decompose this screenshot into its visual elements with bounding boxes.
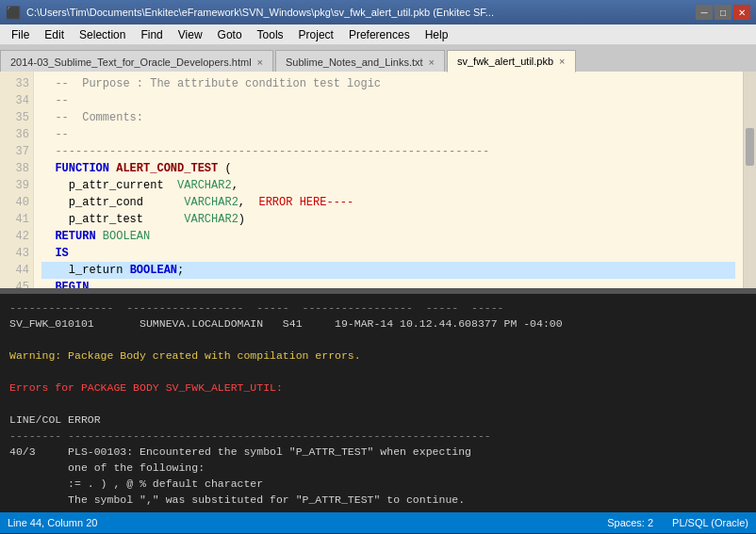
app-icon: ⬛ bbox=[6, 6, 21, 20]
code-line: -- Purpose : The attribute condition tes… bbox=[41, 75, 735, 92]
menu-item-project[interactable]: Project bbox=[291, 24, 341, 44]
console-line: := . ) , @ % default character bbox=[9, 476, 747, 492]
tabs-bar: 2014-03_Sublime_Text_for_Oracle_Develope… bbox=[0, 45, 756, 72]
code-line: FUNCTION ALERT_COND_TEST ( bbox=[41, 160, 735, 177]
console-line bbox=[9, 364, 747, 380]
status-right: Spaces: 2 PL/SQL (Oracle) bbox=[607, 517, 748, 528]
tab-close-icon[interactable]: × bbox=[429, 57, 435, 68]
tab-2014-03_Sublime_Text_for_Oracle_Developers-html[interactable]: 2014-03_Sublime_Text_for_Oracle_Develope… bbox=[0, 50, 273, 73]
status-bar: Line 44, Column 20 Spaces: 2 PL/SQL (Ora… bbox=[0, 512, 756, 533]
console-line: SV_FWK_010101 SUMNEVA.LOCALDOMAIN S41 19… bbox=[9, 316, 747, 332]
console-line: LINE/COL ERROR bbox=[9, 412, 747, 428]
window-controls: ─ □ ✕ bbox=[696, 5, 750, 20]
console-area: ---------------- ------------------ ----… bbox=[0, 294, 756, 512]
code-line: l_return BOOLEAN; bbox=[41, 262, 735, 279]
console-line: one of the following: bbox=[9, 460, 747, 476]
cursor-position: Line 44, Column 20 bbox=[8, 517, 97, 528]
tab-sv_fwk_alert_util-pkb[interactable]: sv_fwk_alert_util.pkb× bbox=[447, 50, 576, 73]
code-line: p_attr_current VARCHAR2, bbox=[41, 177, 735, 194]
menu-item-tools[interactable]: Tools bbox=[250, 24, 291, 44]
code-line: ----------------------------------------… bbox=[41, 143, 735, 160]
code-line: p_attr_test VARCHAR2) bbox=[41, 211, 735, 228]
maximize-button[interactable]: □ bbox=[715, 5, 731, 20]
code-line: BEGIN bbox=[41, 279, 735, 288]
close-button[interactable]: ✕ bbox=[733, 5, 750, 20]
editor-area[interactable]: 3334353637383940414243444546474849 -- Pu… bbox=[0, 72, 756, 288]
editor-scrollbar[interactable] bbox=[743, 72, 756, 288]
code-line: p_attr_cond VARCHAR2, ERROR HERE---- bbox=[41, 194, 735, 211]
title-text: C:\Users\Tim\Documents\Enkitec\eFramewor… bbox=[26, 7, 696, 18]
code-line: IS bbox=[41, 245, 735, 262]
code-line: -- Comments: bbox=[41, 109, 735, 126]
menu-item-help[interactable]: Help bbox=[418, 24, 456, 44]
menu-item-goto[interactable]: Goto bbox=[210, 24, 250, 44]
menu-item-find[interactable]: Find bbox=[133, 24, 170, 44]
minimize-button[interactable]: ─ bbox=[696, 5, 713, 20]
menu-item-view[interactable]: View bbox=[171, 24, 210, 44]
tab-close-icon[interactable]: × bbox=[559, 56, 565, 67]
code-line: RETURN BOOLEAN bbox=[41, 228, 735, 245]
tab-Sublime_Notes_and_Links-txt[interactable]: Sublime_Notes_and_Links.txt× bbox=[275, 50, 445, 73]
menu-item-edit[interactable]: Edit bbox=[37, 24, 72, 44]
console-line: Warning: Package Body created with compi… bbox=[9, 348, 747, 364]
console-line: 40/3 PLS-00103: Encountered the symbol "… bbox=[9, 444, 747, 460]
console-line: Errors for PACKAGE BODY SV_FWK_ALERT_UTI… bbox=[9, 380, 747, 396]
menu-bar: FileEditSelectionFindViewGotoToolsProjec… bbox=[0, 24, 756, 45]
console-line bbox=[9, 332, 747, 348]
syntax-indicator: PL/SQL (Oracle) bbox=[672, 517, 748, 528]
tab-close-icon[interactable]: × bbox=[257, 57, 263, 68]
console-line: ---------------- ------------------ ----… bbox=[9, 299, 747, 316]
code-content[interactable]: -- Purpose : The attribute condition tes… bbox=[34, 72, 743, 288]
console-line: The symbol "," was substituted for "P_AT… bbox=[9, 492, 747, 508]
console-line bbox=[9, 396, 747, 412]
menu-item-preferences[interactable]: Preferences bbox=[341, 24, 418, 44]
menu-item-selection[interactable]: Selection bbox=[72, 24, 133, 44]
code-line: -- bbox=[41, 126, 735, 143]
spaces-indicator: Spaces: 2 bbox=[607, 517, 653, 528]
line-numbers: 3334353637383940414243444546474849 bbox=[0, 72, 34, 288]
title-bar: ⬛ C:\Users\Tim\Documents\Enkitec\eFramew… bbox=[0, 0, 756, 24]
console-line: -------- -------------------------------… bbox=[9, 428, 747, 444]
code-line: -- bbox=[41, 92, 735, 109]
menu-item-file[interactable]: File bbox=[4, 24, 37, 44]
